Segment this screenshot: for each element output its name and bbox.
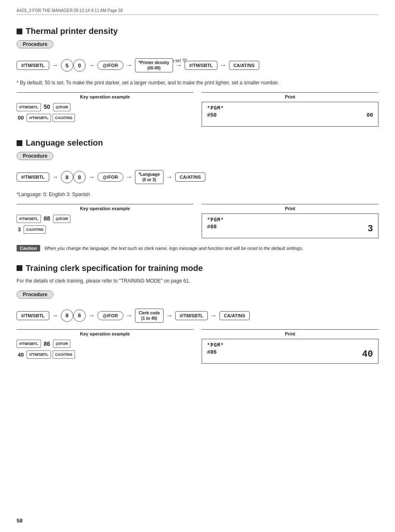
lang-key-tmsbtl: #/TM/SBTL [17, 215, 41, 223]
caution-label: Caution [17, 245, 40, 252]
language-print-line1: *PGM* [207, 217, 373, 223]
thermal-note: * By default, 50 is set. To make the pri… [17, 79, 378, 86]
flow-tmsbtl-train-2: #/TM/SBTL [175, 311, 208, 320]
training-print-area: *PGM* #86 40 [202, 339, 378, 364]
train-key-caatns: CA/AT/NS [53, 350, 75, 359]
circle-0: 0 [73, 59, 86, 72]
arrow-train-5: → [210, 312, 217, 319]
training-key-example: Key operation example #/TM/SBTL 86 @/FOR… [17, 329, 193, 364]
flow-caatns-lang: CA/AT/NS [175, 173, 205, 182]
flow-tmsbtl-lang-1: #/TM/SBTL [17, 173, 49, 182]
procedure-badge-language: Procedure [17, 152, 53, 160]
language-note: *Language: 0: English 3: Spanish [17, 191, 378, 198]
training-key-content: #/TM/SBTL 86 @/FOR 40 #/TM/SBTL CA/AT/NS [17, 339, 193, 360]
flow-diagram-thermal: #/TM/SBTL → 5 0 → @/FOR → *Printer densi… [17, 58, 378, 72]
procedure-badge-training: Procedure [17, 290, 53, 299]
training-example-area: Key operation example #/TM/SBTL 86 @/FOR… [17, 329, 378, 364]
circle-8t: 8 [61, 309, 73, 322]
title-square-icon [17, 29, 22, 34]
key-row-2: 00 #/TM/SBTL CA/AT/NS [17, 113, 193, 122]
section-language: Language selection Procedure To set "0" … [17, 138, 378, 252]
thermal-print-area: *PGM* #50 00 [202, 102, 378, 127]
lang-key-caatns: CA/AT/NS [24, 225, 46, 234]
key-for-1: @/FOR [53, 103, 70, 111]
key-tmsbtl-1: #/TM/SBTL [17, 103, 41, 111]
arrow-lang-1: → [52, 173, 58, 181]
arrow-5: → [220, 62, 226, 69]
flow-training: To cancel #/TM/SBTL → 8 6 → @/FOR → Cler… [17, 309, 378, 323]
circle-pair-86: 8 6 [61, 309, 86, 322]
key-tmsbtl-2: #/TM/SBTL [26, 114, 51, 122]
header-left: A42S_3 FOR THE MANAGER 09.10.14 9:11 AM … [17, 8, 123, 13]
thermal-print-example: Print *PGM* #50 00 [202, 92, 378, 127]
circle-6t: 6 [73, 309, 86, 322]
caution-box: Caution When you change the language, th… [17, 245, 378, 252]
circle-5: 5 [61, 59, 73, 72]
flow-tm-sbtl-1: #/TM/SBTL [17, 61, 49, 70]
arrow-4: → [176, 62, 182, 69]
lang-key-for: @/FOR [53, 215, 70, 223]
training-print-example: Print *PGM* #86 40 [202, 329, 378, 364]
flow-for-1: @/FOR [97, 61, 123, 70]
circle-pair-50: 5 0 [61, 59, 86, 72]
section-training: Training clerk specification for trainin… [17, 264, 378, 364]
thermal-example-area: Key operation example #/TM/SBTL 50 @/FOR… [17, 92, 378, 127]
flow-diagram-language: #/TM/SBTL → 8 8 → @/FOR → *Language(0 or… [17, 170, 378, 184]
language-print-line2: #88 3 [207, 224, 373, 234]
flow-tm-sbtl-2: #/TM/SBTL [185, 61, 217, 70]
arrow-train-2: → [88, 312, 95, 319]
arrow-1: → [52, 62, 58, 69]
lang-key-row-2: 3 CA/AT/NS [17, 225, 193, 234]
training-print-line2: #86 40 [207, 349, 373, 359]
language-print-example: Print *PGM* #88 3 [202, 204, 378, 238]
train-key-row-1: #/TM/SBTL 86 @/FOR [17, 339, 193, 349]
section-thermal: Thermal printer density Procedure To set… [17, 26, 378, 127]
lang-key-row-1: #/TM/SBTL 88 @/FOR [17, 213, 193, 224]
circle-8b: 8 [73, 171, 86, 183]
page-number: 58 [17, 518, 22, 524]
thermal-key-content: #/TM/SBTL 50 @/FOR 00 #/TM/SBTL CA/AT/NS [17, 102, 193, 123]
train-key-40: 40 [18, 350, 24, 359]
train-key-row-2: 40 #/TM/SBTL CA/AT/NS [17, 350, 193, 359]
arrow-train-3: → [126, 312, 132, 319]
arrow-lang-2: → [88, 173, 95, 181]
key-caatns-1: CA/AT/NS [53, 114, 75, 122]
flow-tmsbtl-train-1: #/TM/SBTL [17, 311, 49, 320]
title-square-icon-2 [17, 140, 22, 146]
circle-pair-88: 8 8 [61, 171, 86, 183]
clerk-code-box: Clerk code(1 to 40) [135, 309, 164, 323]
title-square-icon-3 [17, 265, 22, 271]
section-title-training: Training clerk specification for trainin… [17, 264, 378, 273]
arrow-3: → [126, 62, 132, 69]
caution-text: When you change the language, the text s… [44, 245, 303, 252]
arrow-2: → [88, 62, 95, 69]
page-header: A42S_3 FOR THE MANAGER 09.10.14 9:11 AM … [17, 8, 378, 15]
training-print-line1: *PGM* [207, 343, 373, 348]
language-example-area: Key operation example #/TM/SBTL 88 @/FOR… [17, 204, 378, 238]
lang-key-88: 88 [44, 213, 51, 224]
train-key-86: 86 [44, 339, 51, 349]
flow-ca-at-ns-1: CA/AT/NS [229, 61, 259, 70]
key-num-00: 00 [18, 113, 24, 122]
flow-diagram-training: #/TM/SBTL → 8 6 → @/FOR → Clerk code(1 t… [17, 309, 378, 323]
arrow-lang-3: → [126, 173, 132, 181]
arrow-lang-4: → [166, 173, 173, 181]
flow-for-train: @/FOR [97, 311, 123, 320]
circle-8a: 8 [61, 171, 73, 183]
section-title-thermal: Thermal printer density [17, 26, 378, 36]
training-subtitle: For the details of clerk training, pleas… [17, 277, 378, 285]
train-key-tmsbtl: #/TM/SBTL [17, 340, 41, 348]
lang-key-3: 3 [18, 225, 21, 234]
language-key-content: #/TM/SBTL 88 @/FOR 3 CA/AT/NS [17, 213, 193, 235]
flow-for-lang: @/FOR [97, 173, 123, 182]
thermal-key-example: Key operation example #/TM/SBTL 50 @/FOR… [17, 92, 193, 127]
key-row-1: #/TM/SBTL 50 @/FOR [17, 102, 193, 112]
procedure-badge-thermal: Procedure [17, 40, 53, 48]
flow-language: To set "0" #/TM/SBTL → 8 8 → @/FOR → *La… [17, 170, 378, 184]
train-key-tmsbtl2: #/TM/SBTL [26, 350, 51, 359]
section-title-language: Language selection [17, 138, 378, 148]
flow-printer-density: *Printer density(00-99) [135, 58, 173, 72]
thermal-print-line2: #50 00 [207, 112, 373, 118]
arrow-train-4: → [166, 312, 173, 319]
language-print-area: *PGM* #88 3 [202, 213, 378, 238]
